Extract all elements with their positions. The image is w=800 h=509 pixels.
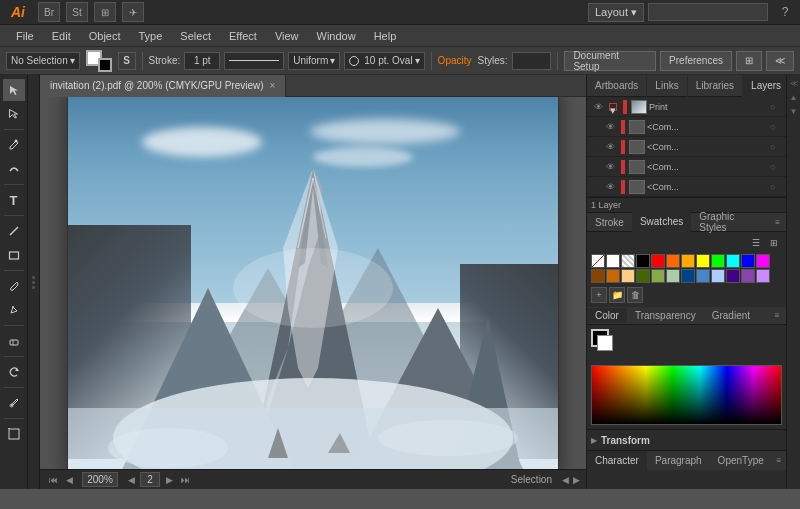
layer-vis-print[interactable]: 👁 — [591, 100, 605, 114]
menu-type[interactable]: Type — [131, 28, 171, 44]
select-tool[interactable] — [3, 79, 25, 101]
swatch-lightgreen[interactable] — [666, 269, 680, 283]
styles-preview[interactable] — [512, 52, 552, 70]
artboard-tool[interactable] — [3, 423, 25, 445]
swatch-white[interactable] — [606, 254, 620, 268]
layer-vis-2[interactable]: 👁 — [603, 160, 617, 174]
swatch-olive[interactable] — [651, 269, 665, 283]
nav-prev-art-btn[interactable]: ◀ — [124, 473, 138, 487]
swatch-lightblue[interactable] — [711, 269, 725, 283]
menu-edit[interactable]: Edit — [44, 28, 79, 44]
swatch-red[interactable] — [651, 254, 665, 268]
zoom-display[interactable]: 200% — [82, 472, 118, 487]
eyedropper-tool[interactable] — [3, 392, 25, 414]
swatch-peach[interactable] — [621, 269, 635, 283]
uniform-dropdown[interactable]: Uniform ▾ — [288, 52, 340, 70]
tab-graphic-styles[interactable]: Graphic Styles — [691, 212, 769, 232]
tab-gradient[interactable]: Gradient — [704, 308, 758, 323]
swatch-green[interactable] — [711, 254, 725, 268]
tab-color[interactable]: Color — [587, 308, 627, 323]
bottom-arrow-left[interactable]: ◀ — [562, 475, 569, 485]
edge-btn-1[interactable]: ≪ — [788, 77, 800, 89]
swatch-pattern1[interactable] — [621, 254, 635, 268]
swatch-medblue[interactable] — [696, 269, 710, 283]
stroke-type-dropdown[interactable] — [224, 52, 284, 70]
tab-stroke[interactable]: Stroke — [587, 212, 632, 232]
tab-layers[interactable]: Layers — [743, 75, 790, 97]
tab-libraries[interactable]: Libraries — [688, 75, 743, 97]
color-spectrum[interactable] — [591, 365, 782, 425]
oval-dropdown[interactable]: 10 pt. Oval ▾ — [344, 52, 424, 70]
transform-arrow[interactable]: ▶ — [591, 436, 597, 445]
doc-setup-button[interactable]: Document Setup — [564, 51, 656, 71]
bridge-icon-btn[interactable]: Br — [38, 2, 60, 22]
swatch-blue[interactable] — [741, 254, 755, 268]
tab-opentype[interactable]: OpenType — [710, 451, 772, 471]
selection-dropdown[interactable]: No Selection ▾ — [6, 52, 80, 70]
color-collapse-btn[interactable]: ≡ — [768, 305, 786, 327]
rect-tool[interactable] — [3, 244, 25, 266]
nav-next-art-btn[interactable]: ▶ — [162, 473, 176, 487]
bg-color-box[interactable] — [597, 335, 613, 351]
swatch-grid-view[interactable]: ⊞ — [766, 236, 782, 250]
swatches-collapse-btn[interactable]: ≡ — [769, 211, 786, 233]
arrange-button[interactable]: ⊞ — [736, 51, 762, 71]
rotate-tool[interactable] — [3, 361, 25, 383]
tab-transparency[interactable]: Transparency — [627, 308, 704, 323]
line-tool[interactable] — [3, 220, 25, 242]
swatch-darkblue[interactable] — [681, 269, 695, 283]
tab-artboards[interactable]: Artboards — [587, 75, 647, 97]
paintbrush-tool[interactable] — [3, 275, 25, 297]
canvas-container[interactable] — [40, 97, 586, 469]
layout-button[interactable]: Layout ▾ — [588, 3, 644, 22]
tab-paragraph[interactable]: Paragraph — [647, 451, 710, 471]
swatch-none[interactable] — [591, 254, 605, 268]
stroke-box[interactable] — [98, 58, 112, 72]
layer-vis-0[interactable]: 👁 — [603, 120, 617, 134]
bottom-arrow-right[interactable]: ▶ — [573, 475, 580, 485]
preferences-button[interactable]: Preferences — [660, 51, 732, 71]
edge-btn-3[interactable]: ▼ — [788, 105, 800, 117]
menu-view[interactable]: View — [267, 28, 307, 44]
menu-select[interactable]: Select — [172, 28, 219, 44]
swatch-purple[interactable] — [726, 269, 740, 283]
tab-close-btn[interactable]: × — [270, 80, 276, 91]
swatch-medpurple[interactable] — [741, 269, 755, 283]
tab-links[interactable]: Links — [647, 75, 687, 97]
swatch-yellow[interactable] — [696, 254, 710, 268]
layer-row-3[interactable]: 👁 <Com... ○ — [587, 177, 786, 197]
grid-icon-btn[interactable]: ⊞ — [94, 2, 116, 22]
swatch-magenta[interactable] — [756, 254, 770, 268]
layer-row-1[interactable]: 👁 <Com... ○ — [587, 137, 786, 157]
help-icon-btn[interactable]: ? — [774, 2, 796, 22]
menu-help[interactable]: Help — [366, 28, 405, 44]
tab-swatches[interactable]: Swatches — [632, 212, 691, 232]
swatch-orange[interactable] — [666, 254, 680, 268]
type-tool[interactable]: T — [3, 189, 25, 211]
layer-expand-arrow[interactable]: ▾ — [609, 103, 617, 111]
stroke-input[interactable] — [184, 52, 220, 70]
layer-vis-3[interactable]: 👁 — [603, 180, 617, 194]
stroke-weight-icon[interactable]: S — [118, 52, 136, 70]
swatch-darkolive[interactable] — [636, 269, 650, 283]
send-icon-btn[interactable]: ✈ — [122, 2, 144, 22]
swatch-lightpurple[interactable] — [756, 269, 770, 283]
layer-row-0[interactable]: 👁 <Com... ○ — [587, 117, 786, 137]
edge-btn-2[interactable]: ▲ — [788, 91, 800, 103]
pen-tool[interactable] — [3, 134, 25, 156]
curvature-tool[interactable] — [3, 158, 25, 180]
nav-prev-btn[interactable]: ◀ — [62, 473, 76, 487]
stock-icon-btn[interactable]: St — [66, 2, 88, 22]
pencil-tool[interactable] — [3, 299, 25, 321]
menu-effect[interactable]: Effect — [221, 28, 265, 44]
swatch-list-view[interactable]: ☰ — [748, 236, 764, 250]
search-input[interactable] — [648, 3, 768, 21]
swatch-black[interactable] — [636, 254, 650, 268]
nav-last-art-btn[interactable]: ⏭ — [178, 473, 192, 487]
swatch-amber[interactable] — [681, 254, 695, 268]
swatch-darkorange[interactable] — [606, 269, 620, 283]
direct-select-tool[interactable] — [3, 103, 25, 125]
eraser-tool[interactable] — [3, 330, 25, 352]
layer-vis-1[interactable]: 👁 — [603, 140, 617, 154]
menu-object[interactable]: Object — [81, 28, 129, 44]
